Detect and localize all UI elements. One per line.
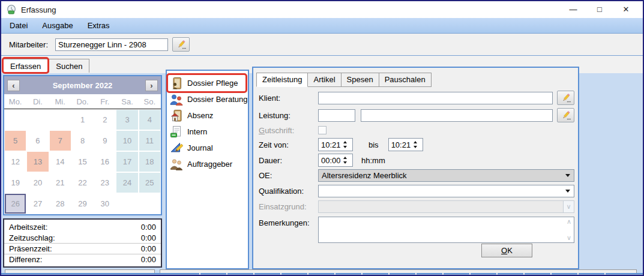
tab-spesen[interactable]: Spesen xyxy=(342,73,379,87)
calendar-day-15[interactable]: 15 xyxy=(71,151,94,172)
spin-down-icon[interactable] xyxy=(414,146,417,148)
tab-zeitleistung[interactable]: Zeitleistung xyxy=(256,73,308,87)
summary-label: Differenz: xyxy=(9,255,42,264)
ok-button-label: OK xyxy=(501,246,513,255)
einsatzgrund-dropdown: ∨ xyxy=(318,200,574,213)
grid-tick xyxy=(388,273,390,275)
menu-ausgabe[interactable]: Ausgabe xyxy=(35,19,80,32)
calendar-day-23[interactable]: 23 xyxy=(94,172,116,193)
app-icon xyxy=(6,4,17,15)
category-label: Intern xyxy=(187,127,207,136)
summary-value: 0:00 xyxy=(141,233,156,242)
klient-edit-button[interactable] xyxy=(557,91,574,105)
calendar-day-1[interactable]: 1 xyxy=(71,109,94,130)
calendar-day-6[interactable]: 6 xyxy=(26,130,49,151)
scroll-up-icon[interactable]: ∧ xyxy=(567,218,571,226)
calendar-day-8[interactable]: 8 xyxy=(71,130,94,151)
category-item-auftraggeber[interactable]: Auftraggeber xyxy=(167,156,248,172)
calendar-next-button[interactable]: › xyxy=(145,80,158,91)
bemerkungen-input[interactable] xyxy=(319,217,563,242)
calendar-day-9[interactable]: 9 xyxy=(94,130,116,151)
calendar-day-26[interactable]: 26 xyxy=(4,193,26,214)
category-item-dossier-beratung[interactable]: Dossier Beratung xyxy=(167,91,248,107)
calendar-day-7[interactable]: 7 xyxy=(49,130,71,151)
category-item-journal[interactable]: Journal xyxy=(167,140,248,156)
menu-extras[interactable]: Extras xyxy=(80,19,117,32)
calendar-day-19[interactable]: 19 xyxy=(4,172,26,193)
summary-label: Präsenzzeit: xyxy=(9,244,52,253)
grid-tick xyxy=(199,273,200,275)
summary-row-zeitzuschlag: Zeitzuschlag:0:00 xyxy=(4,232,161,243)
tab-artikel[interactable]: Artikel xyxy=(308,73,341,87)
tab-suchen[interactable]: Suchen xyxy=(49,59,89,73)
dauer-input[interactable] xyxy=(319,156,340,165)
calendar-day-27[interactable]: 27 xyxy=(26,193,49,214)
calendar-day-29[interactable]: 29 xyxy=(71,193,94,214)
calendar-day-16[interactable]: 16 xyxy=(94,151,116,172)
summary-label: Zeitzuschlag: xyxy=(9,233,55,242)
mitarbeiter-label: Mitarbeiter: xyxy=(9,40,54,49)
spin-up-icon[interactable] xyxy=(414,141,417,143)
spin-up-icon[interactable] xyxy=(343,141,347,143)
maximize-button[interactable]: □ xyxy=(586,1,613,18)
close-button[interactable]: ✕ xyxy=(613,1,639,18)
calendar-day-22[interactable]: 22 xyxy=(71,172,94,193)
einsatzgrund-label: Einsatzgrund: xyxy=(259,202,318,211)
category-item-absenz[interactable]: Absenz xyxy=(167,107,248,124)
category-item-dossier-pflege[interactable]: Dossier Pflege xyxy=(167,75,248,91)
ok-button[interactable]: OK xyxy=(481,244,532,257)
tab-erfassen[interactable]: Erfassen xyxy=(3,59,48,73)
detail-panel: ZeitleistungArtikelSpesenPauschalen Klie… xyxy=(252,67,579,269)
calendar-day-5[interactable]: 5 xyxy=(4,130,26,151)
gutschrift-checkbox[interactable] xyxy=(318,126,327,134)
menu-datei[interactable]: Datei xyxy=(2,19,35,32)
auftraggeber-icon xyxy=(170,158,183,171)
calendar-day-20[interactable]: 20 xyxy=(26,172,49,193)
qualifikation-dropdown[interactable] xyxy=(318,185,574,197)
calendar-day-3[interactable]: 3 xyxy=(116,109,138,130)
mitarbeiter-edit-button[interactable] xyxy=(172,37,190,52)
calendar-day-28[interactable]: 28 xyxy=(49,193,71,214)
minimize-button[interactable]: — xyxy=(560,1,586,18)
grid-tick xyxy=(226,273,227,275)
toolbar: Mitarbeiter: xyxy=(1,34,643,56)
calendar-day-4[interactable]: 4 xyxy=(139,109,161,130)
qualifikation-label: Qualifikation: xyxy=(259,187,318,196)
scroll-down-icon[interactable]: ∨ xyxy=(567,234,571,242)
tab-pauschalen[interactable]: Pauschalen xyxy=(379,73,432,87)
main-tabstrip: ErfassenSuchen xyxy=(3,59,90,73)
zeit-von-input[interactable] xyxy=(319,140,340,149)
leistung-text-input[interactable] xyxy=(361,109,553,122)
klient-input[interactable] xyxy=(318,92,553,104)
calendar-day-21[interactable]: 21 xyxy=(49,172,71,193)
grid-tick xyxy=(442,273,444,275)
zeit-bis-input[interactable] xyxy=(389,140,411,149)
spin-down-icon[interactable] xyxy=(343,161,347,164)
calendar-day-14[interactable]: 14 xyxy=(49,151,71,172)
oe-dropdown[interactable]: Altersresidenz Meerblick xyxy=(318,169,574,182)
calendar-day-2[interactable]: 2 xyxy=(94,109,116,130)
calendar-day-11[interactable]: 11 xyxy=(139,130,161,151)
calendar-day-18[interactable]: 18 xyxy=(139,151,161,172)
spin-up-icon[interactable] xyxy=(343,157,347,159)
calendar-day-25[interactable]: 25 xyxy=(139,172,161,193)
calendar-day-30[interactable]: 30 xyxy=(94,193,116,214)
calendar-prev-button[interactable]: ‹ xyxy=(7,80,20,91)
pencil-icon xyxy=(561,93,571,103)
calendar-day-12[interactable]: 12 xyxy=(4,151,26,172)
leistung-edit-button[interactable] xyxy=(557,108,574,122)
calendar-day-13[interactable]: 13 xyxy=(26,151,49,172)
grid-tick xyxy=(253,273,254,275)
dossier-beratung-icon xyxy=(170,93,183,106)
calendar-day-10[interactable]: 10 xyxy=(116,130,138,151)
spin-down-icon[interactable] xyxy=(343,146,347,148)
calendar-day-24[interactable]: 24 xyxy=(116,172,138,193)
leistung-code-input[interactable] xyxy=(318,109,355,122)
summary-value: 0:00 xyxy=(141,244,156,253)
category-item-intern[interactable]: Intern xyxy=(167,124,248,140)
leistung-label: Leistung: xyxy=(259,111,318,120)
mitarbeiter-input[interactable] xyxy=(55,38,168,51)
category-list: Dossier PflegeDossier BeratungAbsenzInte… xyxy=(166,70,249,269)
category-label: Absenz xyxy=(187,111,213,120)
calendar-day-17[interactable]: 17 xyxy=(116,151,138,172)
